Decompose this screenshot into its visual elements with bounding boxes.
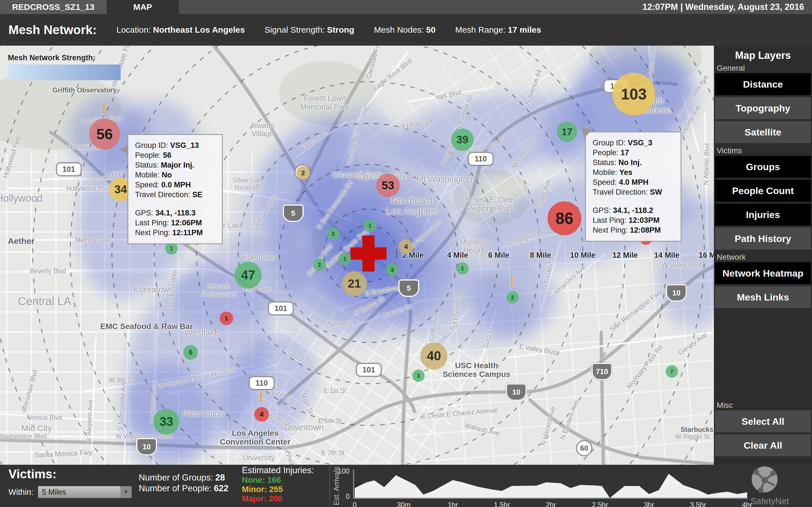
highway-shield: 101 bbox=[356, 363, 382, 377]
group-marker[interactable]: 47 bbox=[235, 262, 262, 289]
popup-field: Mobile: No bbox=[135, 170, 215, 180]
poi-label: Starbucks bbox=[638, 426, 714, 434]
poi-label: EMC Seafood & Raw Bar bbox=[87, 322, 206, 331]
group-marker[interactable]: 4 bbox=[399, 239, 413, 254]
group-marker[interactable]: 53 bbox=[376, 173, 400, 197]
x-tick-label: 2hr bbox=[538, 501, 564, 507]
footer-bar: Victims: Within: 5 Miles ▼ Number of Gro… bbox=[0, 465, 812, 507]
sidebar-button-network-heatmap[interactable]: Network Heatmap bbox=[715, 262, 811, 284]
map-label: E 7th St bbox=[274, 450, 392, 457]
group-marker[interactable]: 39 bbox=[451, 128, 474, 151]
group-marker[interactable]: 40 bbox=[420, 342, 448, 370]
group-popup-vsg13: Group ID: VSG_13People: 56Status: Major … bbox=[128, 134, 223, 244]
sidebar-button-select-all[interactable]: Select All bbox=[715, 410, 811, 432]
group-marker[interactable]: 2 bbox=[296, 166, 310, 180]
sidebar-button-topography[interactable]: Topography bbox=[715, 97, 811, 119]
map-label: Central LA bbox=[0, 295, 104, 307]
map-label: Hollywood bbox=[0, 193, 79, 204]
x-tick-label: 3hr bbox=[637, 501, 662, 507]
alert-exclamation-icon: ! bbox=[259, 390, 263, 405]
group-marker[interactable]: 3 bbox=[386, 264, 398, 276]
tab-map[interactable]: MAP bbox=[107, 0, 179, 14]
map-label: Washington Blvd bbox=[0, 433, 82, 440]
highway-shield: 101 bbox=[56, 162, 82, 176]
map-layers-sidebar: Map Layers GeneralDistanceTopographySate… bbox=[714, 46, 812, 465]
group-marker[interactable]: 1 bbox=[456, 262, 469, 275]
within-radius-dropdown[interactable]: 5 Miles ▼ bbox=[38, 486, 132, 498]
map-label: Beverly Blvd bbox=[0, 268, 107, 275]
sidebar-button-people-count[interactable]: People Count bbox=[715, 180, 811, 202]
x-tick-label: 1hr bbox=[440, 501, 465, 507]
safetynet-logo-icon bbox=[748, 465, 781, 496]
popup-field: Travel Direction: SE bbox=[135, 190, 215, 200]
map-label: E 6th St bbox=[271, 417, 389, 425]
alert-exclamation-icon: ! bbox=[102, 101, 106, 117]
divider bbox=[329, 466, 330, 506]
popup-field: Status: No Inj. bbox=[593, 158, 674, 168]
sidebar-button-injuries[interactable]: Injuries bbox=[715, 204, 811, 226]
popup-pointer bbox=[119, 145, 128, 154]
strength-gradient bbox=[8, 64, 121, 80]
mile-label: 16 M bbox=[648, 251, 714, 260]
popup-field: GPS: 34.1, -118.3 bbox=[135, 208, 215, 218]
highway-shield: 10 bbox=[666, 284, 687, 302]
group-marker[interactable]: 6 bbox=[183, 345, 198, 360]
page-title: Mesh Network: bbox=[8, 23, 97, 37]
sidebar-section-label: General bbox=[714, 62, 812, 73]
map-label: W Valley Blvd bbox=[622, 262, 714, 269]
victims-title: Victims: bbox=[8, 467, 56, 481]
brand-name: SafetyNet bbox=[739, 496, 801, 506]
group-marker[interactable]: 33 bbox=[153, 409, 179, 435]
sidebar-button-groups[interactable]: Groups bbox=[715, 156, 811, 178]
sidebar-section-label: Victims bbox=[714, 145, 812, 156]
sidebar-button-satellite[interactable]: Satellite bbox=[715, 121, 811, 143]
group-marker[interactable]: 56 bbox=[89, 119, 120, 150]
header-range: Mesh Range:17 miles bbox=[455, 25, 541, 35]
group-marker[interactable]: 7 bbox=[666, 365, 678, 378]
group-marker[interactable]: 3 bbox=[412, 370, 424, 382]
map-label: E 1st St bbox=[276, 387, 394, 395]
injuries-title: Estimated Injuries: bbox=[242, 465, 314, 475]
group-marker[interactable]: 1 bbox=[364, 219, 376, 232]
group-marker[interactable]: 21 bbox=[342, 271, 367, 296]
group-marker[interactable]: 3 bbox=[327, 228, 339, 240]
sidebar-section-label: Misc bbox=[714, 400, 812, 410]
popup-field: GPS: 34.1, -118.2 bbox=[593, 206, 674, 216]
highway-shield: 110 bbox=[249, 376, 274, 390]
sidebar-button-mesh-links[interactable]: Mesh Links bbox=[715, 286, 811, 308]
highway-shield: 101 bbox=[268, 301, 294, 316]
header-location: Location:Northeast Los Angeles bbox=[116, 25, 245, 35]
group-marker[interactable]: 2 bbox=[506, 291, 519, 304]
groups-count: Number of Groups:28 bbox=[139, 473, 225, 483]
highway-shield: 110 bbox=[468, 152, 494, 166]
popup-field: Speed: 0.0 MPH bbox=[135, 180, 215, 190]
group-marker[interactable]: 1 bbox=[220, 312, 233, 325]
legend-label: Mesh Network Strength: bbox=[8, 54, 121, 62]
sidebar-button-path-history[interactable]: Path History bbox=[715, 228, 811, 249]
header-nodes: Mesh Nodes:50 bbox=[374, 25, 435, 35]
popup-field: People: 17 bbox=[593, 148, 674, 158]
popup-field: Group ID: VSG_3 bbox=[593, 138, 674, 148]
map-label: Venice Blvd bbox=[0, 414, 104, 421]
group-marker[interactable]: 4 bbox=[254, 407, 269, 421]
group-marker[interactable]: 86 bbox=[548, 202, 581, 235]
chevron-down-icon: ▼ bbox=[120, 486, 132, 498]
popup-field: Mobile: Yes bbox=[593, 168, 674, 177]
map-label: Mid City bbox=[0, 424, 96, 433]
popup-field: Speed: 4.0 MPH bbox=[593, 177, 674, 187]
map-label: Mt Washington bbox=[385, 174, 504, 184]
header-signal: Signal Strength:Strong bbox=[264, 25, 354, 35]
mesh-strength-legend: Mesh Network Strength: bbox=[8, 54, 121, 80]
group-marker[interactable]: 17 bbox=[557, 122, 577, 142]
map-canvas[interactable]: HollywoodCentral LAKoreatownWestlakePico… bbox=[0, 46, 714, 465]
sidebar-button-distance[interactable]: Distance bbox=[715, 73, 811, 95]
group-marker[interactable]: 103 bbox=[612, 73, 655, 115]
x-tick-label: 30m bbox=[391, 501, 416, 507]
alert-exclamation-icon: ! bbox=[510, 274, 514, 289]
group-marker[interactable]: 1 bbox=[339, 252, 351, 265]
tab-session[interactable]: REDCROSS_SZ1_13 bbox=[0, 0, 107, 14]
highway-shield: 5 bbox=[398, 279, 419, 297]
header-bar: Mesh Network: Location:Northeast Los Ang… bbox=[0, 14, 812, 46]
group-marker[interactable]: 2 bbox=[313, 259, 326, 271]
sidebar-button-clear-all[interactable]: Clear All bbox=[715, 434, 811, 456]
